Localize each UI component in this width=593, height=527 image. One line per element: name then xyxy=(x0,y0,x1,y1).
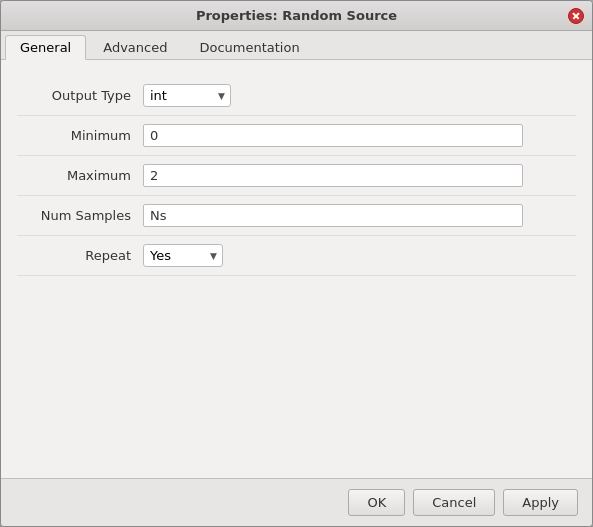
tab-general[interactable]: General xyxy=(5,35,86,60)
repeat-select[interactable]: Yes No xyxy=(143,244,223,267)
minimum-input[interactable] xyxy=(143,124,523,147)
field-maximum: Maximum xyxy=(17,156,576,196)
label-minimum: Minimum xyxy=(17,116,137,156)
value-num-samples xyxy=(137,196,576,236)
tab-documentation[interactable]: Documentation xyxy=(184,35,314,59)
ok-button[interactable]: OK xyxy=(348,489,405,516)
label-output-type: Output Type xyxy=(17,76,137,116)
output-type-select[interactable]: int float complex xyxy=(143,84,231,107)
tab-bar: General Advanced Documentation xyxy=(1,31,592,60)
footer: OK Cancel Apply xyxy=(1,478,592,526)
close-button[interactable] xyxy=(568,8,584,24)
form-table: Output Type int float complex Minimum xyxy=(17,76,576,276)
value-maximum xyxy=(137,156,576,196)
label-maximum: Maximum xyxy=(17,156,137,196)
field-minimum: Minimum xyxy=(17,116,576,156)
value-minimum xyxy=(137,116,576,156)
output-type-wrapper: int float complex xyxy=(143,84,231,107)
tab-content: Output Type int float complex Minimum xyxy=(1,60,592,478)
properties-window: Properties: Random Source General Advanc… xyxy=(0,0,593,527)
cancel-button[interactable]: Cancel xyxy=(413,489,495,516)
field-repeat: Repeat Yes No xyxy=(17,236,576,276)
num-samples-input[interactable] xyxy=(143,204,523,227)
title-bar: Properties: Random Source xyxy=(1,1,592,31)
value-output-type: int float complex xyxy=(137,76,576,116)
window-title: Properties: Random Source xyxy=(196,8,397,23)
field-num-samples: Num Samples xyxy=(17,196,576,236)
value-repeat: Yes No xyxy=(137,236,576,276)
field-output-type: Output Type int float complex xyxy=(17,76,576,116)
apply-button[interactable]: Apply xyxy=(503,489,578,516)
label-repeat: Repeat xyxy=(17,236,137,276)
repeat-wrapper: Yes No xyxy=(143,244,223,267)
maximum-input[interactable] xyxy=(143,164,523,187)
label-num-samples: Num Samples xyxy=(17,196,137,236)
tab-advanced[interactable]: Advanced xyxy=(88,35,182,59)
